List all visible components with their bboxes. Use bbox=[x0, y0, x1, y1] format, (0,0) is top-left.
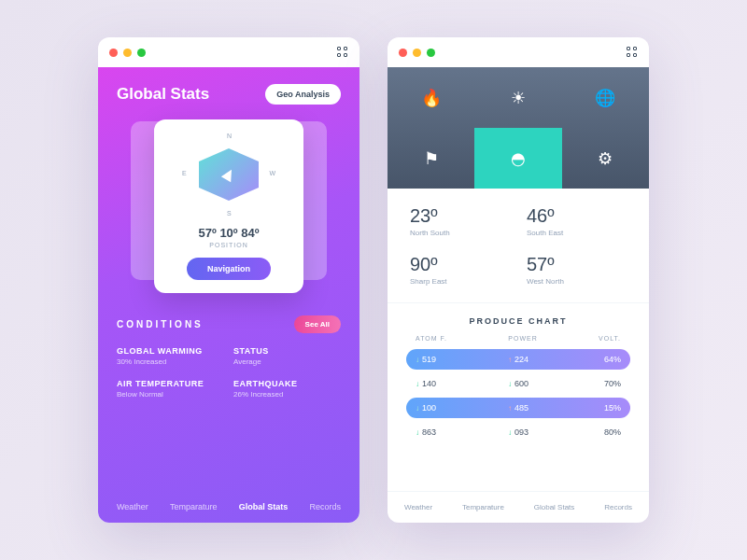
condition-item[interactable]: STATUSAverage bbox=[233, 346, 341, 366]
stat-degree: 57º bbox=[527, 254, 627, 275]
gear-icon[interactable]: ⚙ bbox=[562, 128, 649, 189]
table-row[interactable]: ↓519↑22464% bbox=[406, 349, 630, 370]
condition-value: 26% Increased bbox=[233, 390, 341, 399]
condition-name: STATUS bbox=[233, 346, 341, 356]
stat-item: 90ºSharp East bbox=[410, 254, 510, 286]
compass: N S E W bbox=[182, 133, 275, 217]
right-body: 🔥☀🌐⚑◓⚙ 23ºNorth South46ºSouth East90ºSha… bbox=[388, 67, 649, 523]
produce-headers: ATOM F. POWER VOLT. bbox=[406, 335, 630, 342]
condition-item[interactable]: AIR TEMPERATUREBelow Normal bbox=[117, 379, 224, 399]
produce-rows: ↓519↑22464%↓140↓60070%↓100↑48515%↓863↓09… bbox=[406, 349, 630, 442]
stat-location: Sharp East bbox=[410, 277, 510, 286]
compass-card: N S E W 57º 10º 84º POSITION Navigation bbox=[154, 119, 303, 293]
tab-records[interactable]: Records bbox=[604, 503, 632, 511]
maximize-icon[interactable] bbox=[427, 49, 435, 57]
arrow-down-icon: ↓ bbox=[416, 404, 419, 413]
tab-temparature[interactable]: Temparature bbox=[170, 502, 218, 511]
table-row[interactable]: ↓863↓09380% bbox=[406, 422, 630, 442]
condition-value: 30% Increased bbox=[117, 357, 224, 366]
col-volt: VOLT. bbox=[599, 335, 621, 342]
window-controls bbox=[109, 49, 146, 57]
produce-section: PRODUCE CHART ATOM F. POWER VOLT. ↓519↑2… bbox=[388, 303, 649, 491]
close-icon[interactable] bbox=[109, 49, 118, 57]
window-controls bbox=[399, 49, 435, 57]
flame-icon[interactable]: 🔥 bbox=[388, 67, 474, 128]
condition-name: EARTHQUAKE bbox=[233, 379, 341, 388]
condition-name: AIR TEMPERATURE bbox=[117, 379, 224, 388]
cell-volt: 70% bbox=[553, 379, 621, 388]
stat-item: 23ºNorth South bbox=[410, 205, 510, 237]
compass-e: E bbox=[182, 170, 187, 176]
tab-temparature[interactable]: Temparature bbox=[462, 503, 504, 511]
cell-power: ↓093 bbox=[485, 427, 553, 437]
compass-arrow-icon bbox=[221, 167, 236, 182]
stat-item: 57ºWest North bbox=[527, 254, 627, 286]
tab-weather[interactable]: Weather bbox=[404, 503, 432, 511]
arrow-down-icon: ↓ bbox=[508, 380, 512, 388]
condition-name: GLOBAL WARMING bbox=[117, 346, 224, 356]
condition-item[interactable]: EARTHQUAKE26% Increased bbox=[233, 379, 341, 399]
tab-records[interactable]: Records bbox=[309, 502, 341, 511]
cell-atom: ↓100 bbox=[416, 403, 484, 413]
cell-atom: ↓863 bbox=[416, 427, 484, 437]
condition-item[interactable]: GLOBAL WARMING30% Increased bbox=[117, 346, 224, 366]
geo-analysis-button[interactable]: Geo Analysis bbox=[265, 84, 341, 105]
condition-value: Below Normal bbox=[117, 390, 224, 399]
arrow-down-icon: ↓ bbox=[416, 356, 419, 364]
arrow-down-icon: ↓ bbox=[508, 428, 512, 437]
conditions-grid: GLOBAL WARMING30% IncreasedSTATUSAverage… bbox=[117, 346, 341, 399]
titlebar bbox=[388, 37, 649, 67]
apps-icon[interactable] bbox=[337, 47, 348, 58]
compass-hexagon bbox=[199, 148, 259, 201]
conditions-title: CONDITIONS bbox=[117, 319, 204, 329]
see-all-button[interactable]: See All bbox=[294, 315, 341, 333]
arrow-down-icon: ↓ bbox=[416, 428, 419, 437]
close-icon[interactable] bbox=[399, 49, 407, 57]
stat-item: 46ºSouth East bbox=[527, 205, 627, 237]
tab-weather[interactable]: Weather bbox=[117, 502, 148, 511]
stat-location: West North bbox=[527, 277, 627, 286]
arrow-up-icon: ↑ bbox=[508, 404, 512, 413]
arrow-down-icon: ↓ bbox=[416, 380, 419, 388]
category-grid: 🔥☀🌐⚑◓⚙ bbox=[388, 67, 649, 189]
cell-volt: 64% bbox=[553, 355, 621, 364]
maximize-icon[interactable] bbox=[137, 49, 146, 57]
compass-w: W bbox=[269, 170, 275, 176]
titlebar bbox=[98, 37, 359, 67]
cell-power: ↑224 bbox=[485, 355, 553, 364]
minimize-icon[interactable] bbox=[413, 49, 421, 57]
position-label: POSITION bbox=[167, 242, 290, 248]
page-title: Global Stats bbox=[117, 85, 209, 104]
bottom-tabs: WeatherTemparatureGlobal StatsRecords bbox=[388, 491, 649, 523]
table-row[interactable]: ↓140↓60070% bbox=[406, 373, 630, 394]
cell-power: ↓600 bbox=[485, 379, 553, 388]
stat-location: North South bbox=[410, 229, 510, 237]
cell-volt: 80% bbox=[553, 427, 621, 437]
flag-icon[interactable]: ⚑ bbox=[388, 128, 474, 189]
left-header: Global Stats Geo Analysis bbox=[117, 84, 341, 105]
stat-degree: 23º bbox=[410, 205, 510, 227]
produce-title: PRODUCE CHART bbox=[406, 316, 630, 326]
stat-degree: 90º bbox=[410, 254, 510, 275]
minimize-icon[interactable] bbox=[123, 49, 132, 57]
stat-degree: 46º bbox=[527, 205, 627, 227]
arrow-up-icon: ↑ bbox=[508, 356, 512, 364]
apps-icon[interactable] bbox=[627, 47, 638, 58]
cell-power: ↑485 bbox=[485, 403, 553, 413]
conditions-section: CONDITIONS See All GLOBAL WARMING30% Inc… bbox=[117, 315, 341, 399]
tab-global-stats[interactable]: Global Stats bbox=[239, 502, 289, 511]
bottom-tabs: WeatherTemparatureGlobal StatsRecords bbox=[117, 491, 341, 511]
globe-icon[interactable]: 🌐 bbox=[562, 67, 649, 128]
stats-grid: 23ºNorth South46ºSouth East90ºSharp East… bbox=[388, 189, 649, 303]
left-body: Global Stats Geo Analysis N S E W 57º 10… bbox=[98, 67, 359, 523]
stat-location: South East bbox=[527, 229, 627, 237]
sun-icon[interactable]: ☀ bbox=[474, 67, 561, 128]
compass-s: S bbox=[227, 210, 232, 217]
sunset-icon[interactable]: ◓ bbox=[474, 128, 561, 189]
table-row[interactable]: ↓100↑48515% bbox=[406, 398, 630, 418]
navigation-button[interactable]: Navigation bbox=[187, 258, 271, 280]
condition-value: Average bbox=[233, 357, 341, 366]
cell-volt: 15% bbox=[553, 403, 621, 413]
tab-global-stats[interactable]: Global Stats bbox=[534, 503, 575, 511]
cell-atom: ↓140 bbox=[416, 379, 484, 388]
